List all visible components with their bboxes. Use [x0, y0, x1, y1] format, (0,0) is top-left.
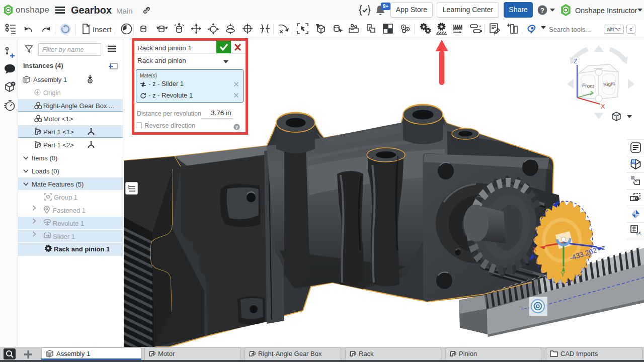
svg-text:z: z	[602, 244, 605, 251]
svg-text:(x): (x)	[636, 229, 641, 236]
svg-text:?: ?	[540, 7, 544, 14]
svg-text:?: ?	[235, 124, 238, 130]
svg-text:Y: Y	[560, 270, 565, 278]
svg-text:X: X	[601, 103, 605, 110]
svg-text:X: X	[532, 245, 537, 253]
svg-text:Z: Z	[574, 58, 578, 65]
svg-text:?: ?	[12, 82, 15, 86]
